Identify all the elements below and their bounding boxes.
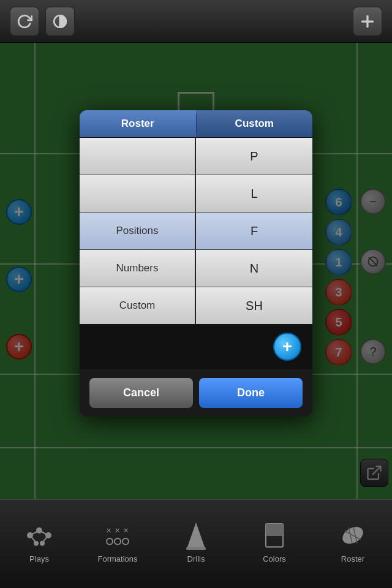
drills-icon	[179, 519, 213, 552]
picker-cell-left-3: Numbers	[80, 250, 196, 287]
picker-area: P L Positions F Numbers N Custom SH	[80, 138, 312, 324]
svg-marker-21	[187, 522, 205, 547]
bottom-tab-bar: Plays ✕ ✕ ✕ Formations Drill	[0, 499, 392, 588]
picker-cell-left-2: Positions	[80, 213, 196, 249]
picker-cell-right-2: F	[196, 213, 312, 249]
picker-row-3[interactable]: Numbers N	[80, 250, 312, 287]
svg-text:✕: ✕	[106, 527, 111, 534]
svg-point-19	[115, 538, 121, 545]
svg-point-18	[107, 538, 113, 545]
tab-formations[interactable]: ✕ ✕ ✕ Formations	[87, 519, 148, 564]
modal-overlay: Roster Custom P L Positions F	[0, 43, 392, 499]
picker-row-0[interactable]: P	[80, 138, 312, 175]
tab-plays-label: Plays	[29, 554, 49, 564]
roster-icon	[336, 519, 369, 552]
picker-row-2[interactable]: Positions F	[80, 213, 312, 250]
tab-formations-label: Formations	[97, 554, 137, 564]
picker-cell-right-0: P	[196, 138, 312, 175]
picker-cell-left-1	[80, 175, 196, 212]
picker-row-4[interactable]: Custom SH	[80, 287, 312, 324]
tab-drills[interactable]: Drills	[165, 519, 227, 564]
picker-cell-right-3: N	[196, 250, 312, 287]
svg-text:✕: ✕	[115, 527, 120, 534]
svg-rect-22	[186, 547, 206, 550]
picker-modal: Roster Custom P L Positions F	[80, 110, 312, 417]
seg-custom[interactable]: Custom	[197, 110, 313, 137]
add-top-button[interactable]	[353, 7, 382, 36]
tab-drills-label: Drills	[187, 554, 205, 564]
done-button[interactable]: Done	[199, 378, 303, 408]
picker-cell-left-4: Custom	[80, 287, 196, 324]
football-field: + + + 6 4 1 3 5 7 − ? Roster Custom	[0, 43, 392, 499]
plays-icon	[23, 519, 56, 552]
tab-colors-label: Colors	[263, 554, 286, 564]
picker-row-1[interactable]: L	[80, 175, 312, 213]
modal-actions: Cancel Done	[80, 369, 312, 417]
svg-point-20	[123, 538, 129, 545]
svg-text:✕: ✕	[123, 527, 129, 534]
tab-plays[interactable]: Plays	[9, 519, 70, 564]
contrast-button[interactable]	[45, 7, 75, 36]
modal-add-button[interactable]: +	[273, 333, 301, 361]
tab-colors[interactable]: Colors	[244, 519, 305, 564]
formations-icon: ✕ ✕ ✕	[101, 519, 134, 552]
tab-roster-label: Roster	[341, 554, 364, 564]
cancel-button[interactable]: Cancel	[89, 378, 193, 408]
picker-cell-left-0	[80, 138, 196, 175]
refresh-button[interactable]	[10, 7, 39, 36]
svg-point-13	[34, 541, 39, 546]
seg-roster[interactable]: Roster	[80, 110, 196, 137]
segment-control: Roster Custom	[80, 110, 312, 138]
tab-roster[interactable]: Roster	[322, 519, 383, 564]
top-toolbar	[0, 0, 392, 43]
svg-rect-24	[266, 524, 283, 536]
picker-cell-right-1: L	[196, 175, 312, 212]
modal-add-area: +	[80, 324, 312, 369]
svg-point-14	[40, 541, 45, 546]
colors-icon	[258, 519, 291, 552]
picker-cell-right-4: SH	[196, 287, 312, 324]
